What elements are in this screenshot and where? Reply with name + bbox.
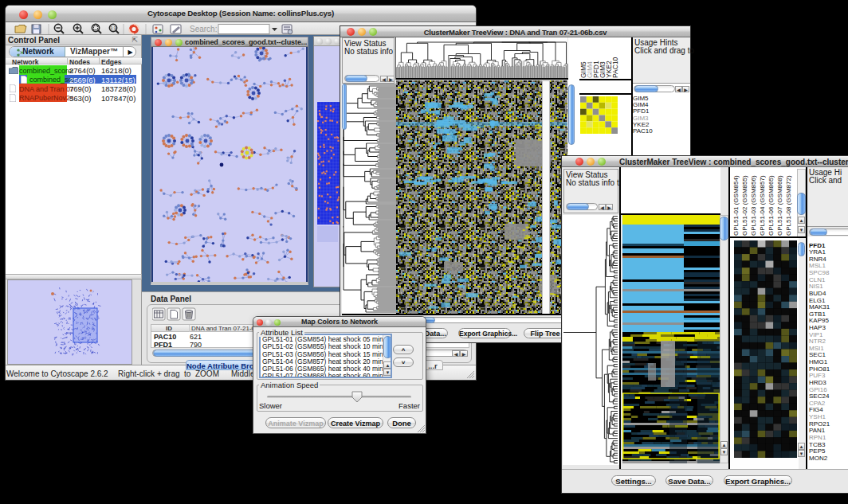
- svg-text:Search:: Search:: [190, 25, 217, 33]
- svg-text:1:1: 1:1: [111, 25, 116, 30]
